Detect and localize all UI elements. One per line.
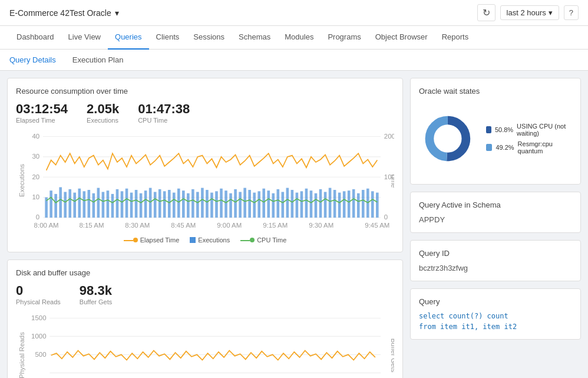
- resource-stats-row: 03:12:54 Elapsed Time 2.05k Executions 0…: [16, 101, 394, 124]
- nav-item-clients[interactable]: Clients: [149, 26, 187, 50]
- nav-item-queries[interactable]: Queries: [108, 26, 149, 50]
- donut-legend: 50.8% USING CPU (not waiting) 49.2% Resm…: [486, 123, 572, 155]
- svg-rect-54: [229, 193, 232, 218]
- svg-rect-66: [286, 188, 289, 218]
- svg-text:Executions: Executions: [18, 164, 25, 197]
- svg-rect-65: [282, 192, 285, 218]
- svg-rect-79: [348, 190, 351, 218]
- svg-text:8:45 AM: 8:45 AM: [171, 222, 196, 229]
- svg-rect-69: [300, 191, 303, 218]
- svg-rect-64: [277, 189, 280, 218]
- legend-resmgr: 49.2% Resmgr:cpu quantum: [486, 140, 572, 155]
- subnav: Query Details Execution Plan: [0, 50, 588, 71]
- svg-rect-16: [49, 190, 52, 218]
- svg-rect-21: [73, 193, 76, 218]
- executions-label: Executions: [87, 117, 119, 124]
- svg-rect-81: [357, 193, 360, 218]
- svg-rect-41: [168, 190, 171, 218]
- svg-text:30: 30: [32, 153, 39, 160]
- nav-item-liveview[interactable]: Live View: [61, 26, 108, 50]
- physical-reads-stat: 0 Physical Reads: [16, 283, 61, 305]
- help-button[interactable]: ?: [564, 5, 579, 20]
- svg-rect-76: [333, 190, 336, 218]
- nav-item-programs[interactable]: Programs: [321, 26, 368, 50]
- time-range-button[interactable]: last 2 hours ▾: [500, 5, 559, 20]
- subnav-execution-plan[interactable]: Execution Plan: [72, 50, 133, 71]
- nav-item-sessions[interactable]: Sessions: [186, 26, 232, 50]
- nav-item-dashboard[interactable]: Dashboard: [9, 26, 61, 50]
- resource-card-title: Resource consumption over time: [16, 87, 394, 96]
- nav-item-schemas[interactable]: Schemas: [232, 26, 278, 50]
- svg-rect-45: [187, 193, 190, 218]
- resource-chart-svg: 40 30 20 10 0 200 100 0 Executions Time: [16, 130, 394, 231]
- svg-rect-46: [191, 189, 194, 218]
- physical-reads-value: 0: [16, 283, 61, 298]
- nav-item-objectbrowser[interactable]: Object Browser: [368, 26, 435, 50]
- svg-rect-85: [376, 193, 379, 218]
- disk-chart-wrapper: 1500 1000 500 0 Physical Reads Buffer Ge…: [16, 311, 394, 378]
- svg-rect-58: [248, 190, 251, 218]
- subnav-query-details[interactable]: Query Details: [9, 50, 65, 71]
- svg-rect-55: [234, 189, 237, 218]
- resource-chart-legend: Elapsed Time Executions CPU Time: [16, 236, 394, 244]
- svg-rect-23: [83, 191, 86, 218]
- executions-value: 2.05k: [87, 101, 119, 117]
- svg-rect-78: [343, 191, 346, 218]
- cpu-time-label: CPU Time: [138, 117, 190, 124]
- donut-chart: [419, 106, 477, 171]
- svg-rect-26: [97, 188, 100, 218]
- svg-text:Buffer Gets: Buffer Gets: [390, 338, 394, 373]
- legend-using-cpu: 50.8% USING CPU (not waiting): [486, 123, 572, 137]
- disk-buffer-card: Disk and buffer usage 0 Physical Reads 9…: [7, 259, 403, 378]
- app-dropdown-icon[interactable]: ▾: [115, 8, 119, 18]
- svg-rect-40: [163, 191, 166, 218]
- schema-card-title: Query Active in Schema: [419, 200, 572, 209]
- legend-executions-label: Executions: [198, 236, 230, 244]
- svg-rect-84: [371, 191, 374, 218]
- svg-text:0: 0: [36, 213, 39, 221]
- swatch-resmgr: [486, 144, 493, 151]
- svg-rect-43: [177, 189, 180, 218]
- svg-rect-53: [224, 190, 227, 218]
- svg-rect-47: [196, 192, 199, 218]
- svg-rect-73: [319, 189, 322, 218]
- donut-chart-area: 50.8% USING CPU (not waiting) 49.2% Resm…: [419, 101, 572, 176]
- left-column: Resource consumption over time 03:12:54 …: [7, 78, 403, 371]
- svg-text:8:30 AM: 8:30 AM: [125, 222, 150, 229]
- legend-resmgr-label: Resmgr:cpu quantum: [518, 140, 572, 155]
- svg-rect-34: [135, 190, 138, 218]
- svg-text:9:30 AM: 9:30 AM: [309, 222, 333, 229]
- legend-using-cpu-label: USING CPU (not waiting): [517, 123, 572, 137]
- svg-rect-32: [125, 189, 128, 218]
- svg-rect-42: [173, 193, 176, 218]
- disk-card-title: Disk and buffer usage: [16, 268, 394, 277]
- svg-rect-77: [338, 193, 341, 218]
- svg-rect-38: [154, 192, 157, 218]
- svg-text:9:15 AM: 9:15 AM: [263, 222, 288, 229]
- svg-rect-61: [262, 189, 265, 218]
- legend-using-cpu-pct: 50.8%: [495, 126, 513, 133]
- svg-text:Time: Time: [390, 173, 394, 188]
- svg-rect-68: [296, 193, 299, 218]
- legend-elapsed: Elapsed Time: [124, 236, 180, 244]
- svg-rect-44: [182, 190, 185, 218]
- svg-rect-24: [88, 190, 91, 218]
- refresh-button[interactable]: ↻: [477, 4, 495, 21]
- svg-rect-51: [215, 191, 218, 218]
- cpu-time-stat: 01:47:38 CPU Time: [138, 101, 190, 124]
- svg-rect-22: [78, 189, 81, 218]
- executions-stat: 2.05k Executions: [87, 101, 119, 124]
- svg-rect-25: [93, 193, 95, 218]
- svg-rect-60: [257, 191, 260, 218]
- main-nav: Dashboard Live View Queries Clients Sess…: [0, 26, 588, 50]
- svg-rect-62: [267, 190, 270, 218]
- svg-text:200: 200: [384, 133, 394, 140]
- svg-rect-67: [291, 190, 294, 218]
- svg-rect-28: [107, 190, 110, 218]
- legend-elapsed-label: Elapsed Time: [140, 236, 180, 244]
- nav-item-modules[interactable]: Modules: [278, 26, 321, 50]
- query-card-title: Query: [419, 297, 572, 306]
- nav-item-reports[interactable]: Reports: [435, 26, 476, 50]
- resource-consumption-card: Resource consumption over time 03:12:54 …: [7, 78, 403, 252]
- schema-value: APPDY: [419, 215, 572, 224]
